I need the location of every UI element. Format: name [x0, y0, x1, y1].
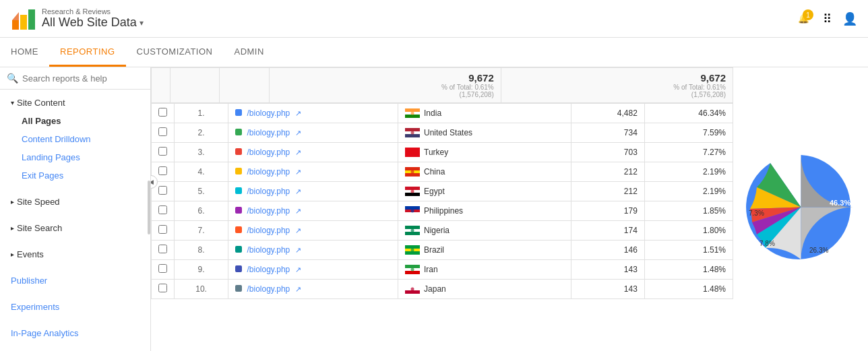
sidebar-section-in-page-analytics: In-Page Analytics [0, 320, 150, 346]
country-name: Japan [424, 284, 446, 294]
sidebar-item-site-content[interactable]: ▾ Site Content [0, 94, 150, 112]
country-name: Egypt [424, 187, 445, 196]
row-checkbox[interactable] [158, 264, 167, 273]
sidebar-section-experiments: Experiments [0, 294, 150, 320]
row-value: 703 [571, 143, 644, 162]
row-checkbox-cell [152, 143, 175, 162]
sidebar-item-content-drilldown[interactable]: Content Drilldown [0, 130, 150, 148]
external-link-icon[interactable]: ↗ [295, 265, 301, 274]
sidebar-item-landing-pages[interactable]: Landing Pages [0, 148, 150, 166]
row-checkbox[interactable] [158, 225, 167, 234]
country-name: India [424, 108, 441, 118]
sidebar-item-publisher[interactable]: Publisher [0, 272, 150, 290]
sidebar-section-site-speed: ▸ Site Speed [0, 189, 150, 215]
svg-rect-34 [405, 251, 420, 255]
svg-rect-22 [405, 193, 420, 196]
row-pct: 1.80% [644, 221, 733, 241]
row-checkbox[interactable] [158, 108, 167, 117]
page-link[interactable]: /biology.php [247, 226, 290, 235]
sidebar-item-all-pages[interactable]: All Pages [0, 112, 150, 130]
row-page: /biology.php ↗ [228, 280, 398, 299]
page-link[interactable]: /biology.php [247, 187, 290, 196]
sidebar-section-events: ▸ Events [0, 241, 150, 267]
notifications-button[interactable]: 🔔 1 [795, 11, 812, 26]
sidebar-item-in-page-analytics[interactable]: In-Page Analytics [0, 324, 150, 342]
sidebar-item-exit-pages[interactable]: Exit Pages [0, 166, 150, 185]
country-flag [405, 226, 420, 235]
external-link-icon[interactable]: ↗ [295, 226, 301, 234]
rows-table: 1. /biology.php ↗ India 4,482 46.34% 2. [151, 103, 733, 299]
row-checkbox[interactable] [158, 284, 167, 292]
sidebar-item-site-speed[interactable]: ▸ Site Speed [0, 193, 150, 211]
org-subtitle: Research & Reviews [42, 7, 144, 15]
page-link[interactable]: /biology.php [247, 128, 290, 137]
table-row: 9. /biology.php ↗ Iran 143 1.48% [152, 260, 733, 280]
nav-admin[interactable]: ADMIN [223, 38, 274, 67]
row-checkbox[interactable] [158, 147, 167, 156]
page-link[interactable]: /biology.php [247, 108, 290, 118]
nav-customization[interactable]: CUSTOMIZATION [126, 38, 224, 67]
external-link-icon[interactable]: ↗ [295, 207, 301, 215]
external-link-icon[interactable]: ↗ [295, 148, 301, 156]
country-name: Nigeria [424, 226, 450, 235]
row-pct: 1.51% [644, 241, 733, 260]
row-country: Turkey [398, 143, 571, 162]
svg-rect-28 [405, 226, 420, 229]
row-checkbox[interactable] [158, 186, 167, 195]
page-color-dot [235, 285, 242, 292]
row-checkbox[interactable] [158, 166, 167, 175]
main-layout: 🔍 ▾ Site Content All Pages Content Drill… [0, 67, 868, 351]
nav-bar: HOME REPORTING CUSTOMIZATION ADMIN [0, 38, 868, 67]
external-link-icon[interactable]: ↗ [295, 246, 301, 254]
page-link[interactable]: /biology.php [247, 265, 290, 274]
flag-cell: Iran [405, 265, 564, 274]
sidebar-item-site-search[interactable]: ▸ Site Search [0, 219, 150, 237]
page-link[interactable]: /biology.php [247, 245, 290, 255]
page-color-dot [235, 148, 242, 155]
page-link[interactable]: /biology.php [247, 148, 290, 157]
page-color-dot [235, 265, 242, 272]
row-checkbox-cell [152, 280, 175, 299]
data-table: 9,672 % of Total: 0.61% (1,576,208) 9,67… [151, 67, 733, 103]
total-label-cell [220, 68, 269, 103]
row-page: /biology.php ↗ [228, 260, 398, 280]
external-link-icon[interactable]: ↗ [295, 129, 301, 137]
nav-home[interactable]: HOME [0, 38, 49, 67]
sidebar-item-experiments[interactable]: Experiments [0, 298, 150, 316]
row-checkbox[interactable] [158, 127, 167, 136]
site-dropdown-arrow[interactable]: ▾ [140, 18, 144, 28]
svg-rect-14 [405, 154, 420, 157]
page-color-dot [235, 168, 242, 174]
table-row: 7. /biology.php ↗ Nigeria 174 1.80% [152, 221, 733, 241]
page-link[interactable]: /biology.php [247, 167, 290, 177]
row-value: 179 [571, 201, 644, 221]
page-link[interactable]: /biology.php [247, 206, 290, 216]
external-link-icon[interactable]: ↗ [295, 109, 301, 117]
svg-rect-42 [405, 290, 420, 294]
table-row: 4. /biology.php ↗ China 212 2.19% [152, 162, 733, 182]
row-value: 143 [571, 280, 644, 299]
row-number: 6. [175, 201, 228, 221]
sidebar-item-events[interactable]: ▸ Events [0, 245, 150, 263]
page-link[interactable]: /biology.php [247, 284, 290, 294]
external-link-icon[interactable]: ↗ [295, 168, 301, 176]
user-profile-button[interactable]: 👤 [842, 11, 857, 26]
app-container: Research & Reviews All Web Site Data ▾ 🔔… [0, 0, 868, 351]
grid-menu-button[interactable]: ⠿ [823, 11, 832, 26]
search-input[interactable] [22, 73, 144, 84]
row-checkbox-cell [152, 221, 175, 241]
country-name: Philippines [424, 206, 463, 216]
row-number: 3. [175, 143, 228, 162]
row-checkbox[interactable] [158, 205, 167, 214]
nav-reporting[interactable]: REPORTING [49, 38, 126, 67]
external-link-icon[interactable]: ↗ [295, 285, 301, 293]
grid-icon: ⠿ [823, 12, 832, 26]
country-flag [405, 148, 420, 157]
row-number: 9. [175, 260, 228, 280]
table-row: 2. /biology.php ↗ United States 734 7.59… [152, 123, 733, 143]
external-link-icon[interactable]: ↗ [295, 187, 301, 195]
total-value1-cell: 9,672 % of Total: 0.61% (1,576,208) [269, 68, 501, 103]
row-value: 174 [571, 221, 644, 241]
flag-cell: Philippines [405, 206, 564, 216]
row-checkbox[interactable] [158, 245, 167, 253]
